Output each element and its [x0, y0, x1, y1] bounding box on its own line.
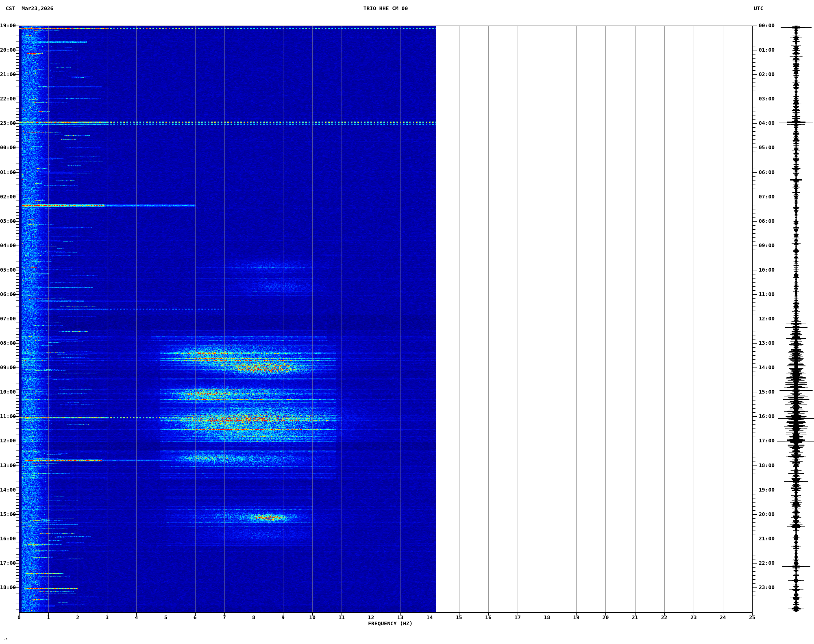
right-axis-label: 12:00	[759, 316, 775, 322]
right-axis-label: 10:00	[759, 267, 775, 273]
left-axis-label: 08:00	[0, 340, 14, 346]
left-axis-label: 16:00	[0, 536, 14, 542]
frequency-tick-label: 12	[363, 615, 379, 620]
utc-timezone-label: UTC	[754, 5, 763, 11]
right-axis-label: 15:00	[759, 389, 775, 395]
frequency-tick-label: 2	[70, 615, 86, 620]
right-axis-label: 06:00	[759, 170, 775, 175]
right-axis-label: 03:00	[759, 96, 775, 102]
right-axis-label: 01:00	[759, 47, 775, 53]
left-axis-label: 05:00	[0, 267, 14, 273]
left-axis-label: 07:00	[0, 316, 14, 322]
frequency-tick-label: 20	[597, 615, 614, 620]
right-axis-label: 18:00	[759, 463, 775, 468]
left-axis-label: 00:00	[0, 145, 14, 150]
left-axis-label: 19:00	[0, 23, 14, 28]
left-axis-label: 23:00	[0, 120, 14, 126]
frequency-tick-label: 4	[128, 615, 144, 620]
right-axis-label: 14:00	[759, 365, 775, 370]
frequency-tick-label: 22	[656, 615, 673, 620]
left-axis-label: 09:00	[0, 365, 14, 370]
right-axis-label: 04:00	[759, 120, 775, 126]
right-axis-label: 07:00	[759, 194, 775, 200]
frequency-tick-label: 18	[539, 615, 555, 620]
right-axis-label: 20:00	[759, 511, 775, 517]
right-axis-label: 21:00	[759, 536, 775, 542]
frequency-tick-label: 14	[422, 615, 438, 620]
frequency-tick-label: 6	[187, 615, 203, 620]
left-axis-label: 12:00	[0, 438, 14, 444]
frequency-tick-label: 17	[509, 615, 526, 620]
left-axis-label: 13:00	[0, 463, 14, 468]
right-axis-label: 09:00	[759, 243, 775, 248]
left-axis-label: 22:00	[0, 96, 14, 102]
left-axis-label: 14:00	[0, 487, 14, 493]
left-axis-label: 03:00	[0, 218, 14, 224]
right-axis-label: 00:00	[759, 23, 775, 28]
frequency-tick-label: 15	[451, 615, 467, 620]
right-axis-label: 11:00	[759, 292, 775, 297]
left-axis-label: 02:00	[0, 194, 14, 200]
right-axis-label: 23:00	[759, 585, 775, 590]
left-axis-label: 18:00	[0, 585, 14, 590]
left-axis-label: 04:00	[0, 243, 14, 248]
left-axis-label: 01:00	[0, 170, 14, 175]
frequency-tick-label: 25	[744, 615, 760, 620]
frequency-tick-label: 10	[304, 615, 320, 620]
frequency-tick-label: 13	[392, 615, 409, 620]
frequency-tick-label: 16	[480, 615, 496, 620]
frequency-tick-label: 11	[333, 615, 350, 620]
right-axis-label: 02:00	[759, 72, 775, 77]
frequency-tick-label: 1	[40, 615, 57, 620]
frequency-tick-label: 8	[246, 615, 262, 620]
stray-mark: .M	[4, 637, 7, 640]
sgram-page: CST Mar23,2026 TRIO HHE CM 00 UTC 19:002…	[0, 0, 814, 644]
frequency-axis-title: FREQUENCY (HZ)	[350, 620, 431, 627]
frequency-tick-label: 0	[11, 615, 27, 620]
right-axis-label: 22:00	[759, 560, 775, 566]
left-axis-label: 20:00	[0, 47, 14, 53]
left-axis-label: 11:00	[0, 413, 14, 419]
frequency-tick-label: 9	[275, 615, 291, 620]
left-axis-label: 10:00	[0, 389, 14, 395]
left-axis-label: 15:00	[0, 511, 14, 517]
spectrogram-and-seismogram-canvas	[0, 0, 814, 644]
frequency-tick-label: 3	[99, 615, 115, 620]
left-axis-label: 21:00	[0, 72, 14, 77]
frequency-tick-label: 19	[568, 615, 584, 620]
right-axis-label: 05:00	[759, 145, 775, 150]
station-title: TRIO HHE CM 00	[19, 5, 752, 11]
frequency-tick-label: 5	[158, 615, 174, 620]
left-axis-label: 06:00	[0, 292, 14, 297]
right-axis-label: 19:00	[759, 487, 775, 493]
frequency-tick-label: 24	[715, 615, 731, 620]
right-axis-label: 16:00	[759, 413, 775, 419]
right-axis-label: 13:00	[759, 340, 775, 346]
right-axis-label: 17:00	[759, 438, 775, 444]
frequency-tick-label: 7	[216, 615, 233, 620]
right-axis-label: 08:00	[759, 218, 775, 224]
left-axis-label: 17:00	[0, 560, 14, 566]
frequency-tick-label: 21	[627, 615, 643, 620]
frequency-tick-label: 23	[686, 615, 702, 620]
